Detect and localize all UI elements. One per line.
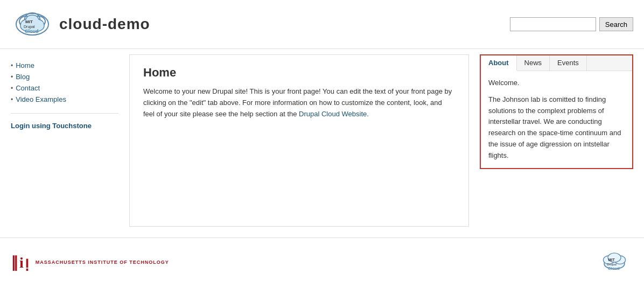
- sidebar-item-video-examples[interactable]: Video Examples: [11, 94, 118, 105]
- sidebar-link-contact[interactable]: Contact: [16, 84, 40, 92]
- welcome-text: Welcome.: [488, 78, 625, 89]
- sidebar-link-video-examples[interactable]: Video Examples: [16, 95, 66, 103]
- sidebar-nav: Home Blog Contact Video Examples: [11, 60, 118, 114]
- logo-area: MIT Drupal Cloud cloud-demo: [11, 5, 150, 43]
- tab-events[interactable]: Events: [550, 55, 587, 71]
- sidebar-item-contact[interactable]: Contact: [11, 82, 118, 94]
- page-body: Welcome to your new Drupal site! This is…: [143, 86, 455, 120]
- search-button[interactable]: Search: [599, 17, 633, 31]
- body-text-1: Welcome to your new Drupal site! This is…: [143, 87, 452, 118]
- login-link[interactable]: Login using Touchstone: [11, 122, 92, 130]
- svg-text:Cloud: Cloud: [608, 266, 620, 271]
- search-area: Search: [510, 17, 633, 31]
- svg-text:Cloud: Cloud: [25, 29, 39, 34]
- panel-description: The Johnson lab is comitted to finding s…: [488, 94, 625, 162]
- sidebar-item-blog[interactable]: Blog: [11, 71, 118, 82]
- footer-cloud-logo: MIT Drupal Cloud: [596, 246, 633, 278]
- search-input[interactable]: [510, 17, 596, 31]
- mit-logo: ∥iᴉ: [11, 254, 30, 271]
- tab-news[interactable]: News: [517, 55, 550, 71]
- body-text-period: .: [367, 110, 369, 118]
- page-footer: ∥iᴉ Massachusetts Institute of Technolog…: [0, 237, 644, 286]
- site-title: cloud-demo: [59, 16, 150, 33]
- footer-right: MIT Drupal Cloud: [596, 246, 633, 278]
- page-header: MIT Drupal Cloud cloud-demo Search: [0, 0, 644, 49]
- tab-about[interactable]: About: [481, 55, 517, 71]
- drupal-cloud-link[interactable]: Drupal Cloud Website: [299, 110, 367, 118]
- sidebar: Home Blog Contact Video Examples Login u…: [11, 54, 118, 227]
- page-heading: Home: [143, 66, 455, 80]
- site-logo: MIT Drupal Cloud: [11, 5, 54, 43]
- right-panel-body: Welcome. The Johnson lab is comitted to …: [481, 71, 632, 168]
- sidebar-link-home[interactable]: Home: [16, 61, 34, 69]
- mit-description: Massachusetts Institute of Technology: [36, 260, 169, 265]
- sidebar-link-blog[interactable]: Blog: [16, 73, 30, 81]
- main-content: Home Welcome to your new Drupal site! Th…: [129, 54, 469, 227]
- main-layout: Home Blog Contact Video Examples Login u…: [0, 49, 644, 232]
- right-panel-tabs: About News Events: [481, 55, 632, 71]
- right-panel: About News Events Welcome. The Johnson l…: [480, 54, 633, 169]
- svg-text:MIT: MIT: [608, 258, 615, 262]
- footer-left: ∥iᴉ Massachusetts Institute of Technolog…: [11, 254, 169, 271]
- svg-text:MIT: MIT: [25, 19, 33, 24]
- sidebar-item-home[interactable]: Home: [11, 60, 118, 71]
